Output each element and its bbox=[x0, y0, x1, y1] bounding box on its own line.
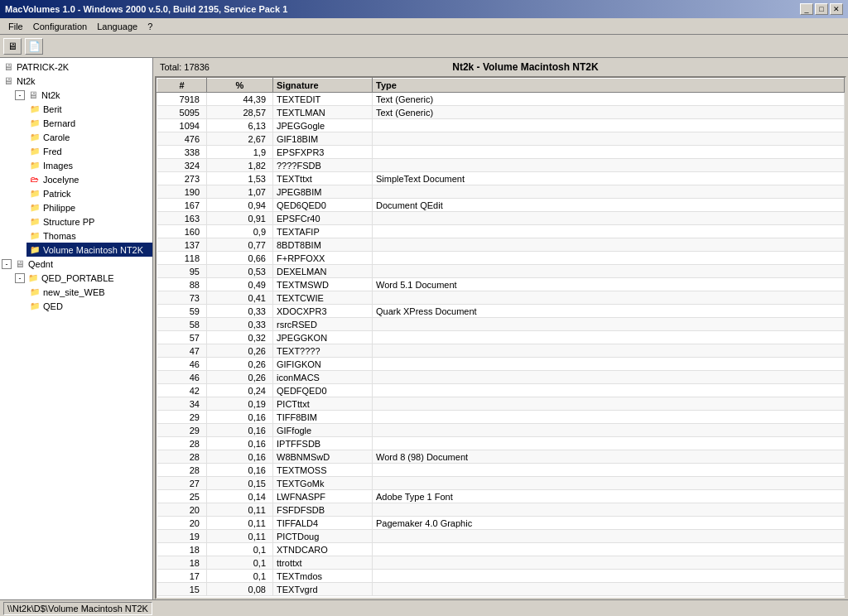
table-row[interactable]: 590,33XDOCXPR3Quark XPress Document bbox=[157, 305, 845, 318]
sidebar-item-carole[interactable]: 📁 Carole bbox=[26, 130, 152, 144]
table-row[interactable]: 280,16TEXTMOSS bbox=[157, 464, 845, 477]
sidebar-item-qednt[interactable]: - 🖥 Qednt bbox=[0, 257, 152, 271]
table-row[interactable]: 1180,66F+RPFOXX bbox=[157, 252, 845, 265]
menu-language[interactable]: Language bbox=[92, 20, 142, 33]
cell-num: 28 bbox=[157, 450, 207, 464]
table-row[interactable]: 200,11FSFDFSDB bbox=[157, 503, 845, 517]
col-header-type[interactable]: Type bbox=[373, 79, 845, 93]
table-row[interactable]: 470,26TEXT???? bbox=[157, 344, 845, 358]
menu-help[interactable]: ? bbox=[142, 20, 157, 33]
sidebar-item-fred[interactable]: 📁 Fred bbox=[26, 144, 152, 158]
sidebar-item-patrick2k[interactable]: 🖥 PATRICK-2K bbox=[0, 60, 152, 74]
table-row[interactable]: 460,26GIFIGKON bbox=[157, 358, 845, 371]
table-row[interactable]: 3381,9EPSFXPR3 bbox=[157, 146, 845, 159]
table-row[interactable]: 420,24QEDFQED0 bbox=[157, 384, 845, 397]
table-row[interactable]: 180,1ttrottxt bbox=[157, 556, 845, 570]
cell-pct: 0,11 bbox=[207, 530, 273, 543]
table-row[interactable]: 1630,91EPSFCr40 bbox=[157, 212, 845, 225]
menu-configuration[interactable]: Configuration bbox=[28, 20, 92, 33]
sidebar-item-thomas[interactable]: 📁 Thomas bbox=[26, 229, 152, 243]
tree-expand-icon[interactable]: - bbox=[2, 259, 12, 269]
cell-sig: TEXTMSWD bbox=[273, 278, 373, 291]
cell-pct: 0,1 bbox=[207, 570, 273, 583]
sidebar-item-bernard[interactable]: 📁 Bernard bbox=[26, 116, 152, 130]
cell-sig: JPEGGogle bbox=[273, 119, 373, 132]
table-row[interactable]: 150,08TEXTvgrd bbox=[157, 583, 845, 596]
sidebar-item-images[interactable]: 📁 Images bbox=[26, 158, 152, 172]
minimize-button[interactable]: _ bbox=[800, 3, 813, 15]
table-row[interactable]: 270,15TEXTGoMk bbox=[157, 477, 845, 490]
col-header-sig[interactable]: Signature bbox=[273, 79, 373, 93]
sidebar-item-nt2k[interactable]: - 🖥 Nt2k bbox=[13, 88, 152, 102]
table-row[interactable]: 570,32JPEGGKON bbox=[157, 331, 845, 344]
cell-type bbox=[373, 543, 845, 556]
cell-num: 18 bbox=[157, 556, 207, 570]
toolbar-btn-2[interactable]: 📄 bbox=[25, 38, 43, 55]
cell-num: 17 bbox=[157, 570, 207, 583]
table-row[interactable]: 950,53DEXELMAN bbox=[157, 265, 845, 278]
cell-type: Word 5.1 Document bbox=[373, 278, 845, 291]
maximize-button[interactable]: □ bbox=[815, 3, 828, 15]
cell-sig: LWFNASPF bbox=[273, 490, 373, 503]
cell-sig: PICTttxt bbox=[273, 397, 373, 411]
sidebar-item-label: QED bbox=[43, 301, 63, 311]
cell-type bbox=[373, 185, 845, 199]
table-row[interactable]: 10946,13JPEGGogle bbox=[157, 119, 845, 132]
sidebar-item-jocelyne[interactable]: 🗁 Jocelyne bbox=[26, 172, 152, 186]
cell-num: 46 bbox=[157, 358, 207, 371]
close-button[interactable]: ✕ bbox=[830, 3, 843, 15]
data-table-container[interactable]: # % Signature Type 791844,39TEXTEDITText… bbox=[155, 76, 846, 599]
table-row[interactable]: 460,26iconMACS bbox=[157, 371, 845, 384]
table-row[interactable]: 1670,94QED6QED0Document QEdit bbox=[157, 199, 845, 212]
table-row[interactable]: 200,11TIFFALD4Pagemaker 4.0 Graphic bbox=[157, 517, 845, 530]
toolbar-btn-1[interactable]: 🖥 bbox=[3, 38, 22, 55]
table-row[interactable]: 290,16TIFF8BIM bbox=[157, 411, 845, 424]
table-row[interactable]: 4762,67GIF18BIM bbox=[157, 132, 845, 146]
cell-sig: TEXT???? bbox=[273, 344, 373, 358]
sidebar-item-structure-pp[interactable]: 📁 Structure PP bbox=[26, 214, 152, 229]
table-row[interactable]: 2731,53TEXTttxtSimpleText Document bbox=[157, 172, 845, 185]
cell-sig: GIFfogle bbox=[273, 424, 373, 437]
sidebar-item-qed[interactable]: 📁 QED bbox=[26, 299, 152, 313]
title-bar: MacVolumes 1.0 - Windows 2000 v.5.0, Bui… bbox=[0, 0, 848, 18]
cell-pct: 1,53 bbox=[207, 172, 273, 185]
table-row[interactable]: 3241,82????FSDB bbox=[157, 159, 845, 172]
cell-sig: TEXTCWIE bbox=[273, 291, 373, 305]
cell-type: Document QEdit bbox=[373, 199, 845, 212]
cell-num: 167 bbox=[157, 199, 207, 212]
table-row[interactable]: 170,1TEXTmdos bbox=[157, 570, 845, 583]
table-row[interactable]: 280,16W8BNMSwDWord 8 (98) Document bbox=[157, 450, 845, 464]
table-row[interactable]: 190,11PICTDoug bbox=[157, 530, 845, 543]
sidebar-item-qed-portable[interactable]: - 📁 QED_PORTABLE bbox=[13, 271, 152, 285]
table-row[interactable]: 730,41TEXTCWIE bbox=[157, 291, 845, 305]
sidebar-item-nt2k-root[interactable]: 🖥 Nt2k bbox=[0, 74, 152, 88]
table-row[interactable]: 880,49TEXTMSWDWord 5.1 Document bbox=[157, 278, 845, 291]
table-row[interactable]: 250,14LWFNASPFAdobe Type 1 Font bbox=[157, 490, 845, 503]
col-header-pct[interactable]: % bbox=[207, 79, 273, 93]
col-header-num[interactable]: # bbox=[157, 79, 207, 93]
table-row[interactable]: 509528,57TEXTLMANText (Generic) bbox=[157, 106, 845, 119]
tree-expand-icon[interactable]: - bbox=[15, 90, 25, 100]
table-row[interactable]: 280,16IPTFFSDB bbox=[157, 437, 845, 450]
table-row[interactable]: 180,1XTNDCARO bbox=[157, 543, 845, 556]
menu-file[interactable]: File bbox=[3, 20, 28, 33]
cell-type bbox=[373, 119, 845, 132]
table-row[interactable]: 290,16GIFfogle bbox=[157, 424, 845, 437]
status-path: \\Nt2k\D$\Volume Macintosh NT2K bbox=[3, 602, 152, 615]
table-row[interactable]: 1901,07JPEG8BIM bbox=[157, 185, 845, 199]
table-row[interactable]: 791844,39TEXTEDITText (Generic) bbox=[157, 93, 845, 106]
sidebar-item-berit[interactable]: 📁 Berit bbox=[26, 102, 152, 116]
sidebar-item-volume-macintosh[interactable]: 📁 Volume Macintosh NT2K bbox=[26, 243, 152, 257]
cell-pct: 0,33 bbox=[207, 305, 273, 318]
table-row[interactable]: 1370,778BDT8BIM bbox=[157, 238, 845, 252]
tree-expand-icon[interactable]: - bbox=[15, 273, 25, 283]
cell-num: 42 bbox=[157, 384, 207, 397]
sidebar-item-philippe[interactable]: 📁 Philippe bbox=[26, 200, 152, 214]
sidebar-tree: 🖥 PATRICK-2K 🖥 Nt2k - 🖥 Nt2k 📁 Berit 📁 B… bbox=[0, 58, 153, 599]
sidebar-item-patrick[interactable]: 📁 Patrick bbox=[26, 186, 152, 200]
table-row[interactable]: 340,19PICTttxt bbox=[157, 397, 845, 411]
table-row[interactable]: 580,33rsrcRSED bbox=[157, 318, 845, 331]
sidebar-item-new-site-web[interactable]: 📁 new_site_WEB bbox=[26, 285, 152, 299]
cell-pct: 1,07 bbox=[207, 185, 273, 199]
table-row[interactable]: 1600,9TEXTAFIP bbox=[157, 225, 845, 238]
